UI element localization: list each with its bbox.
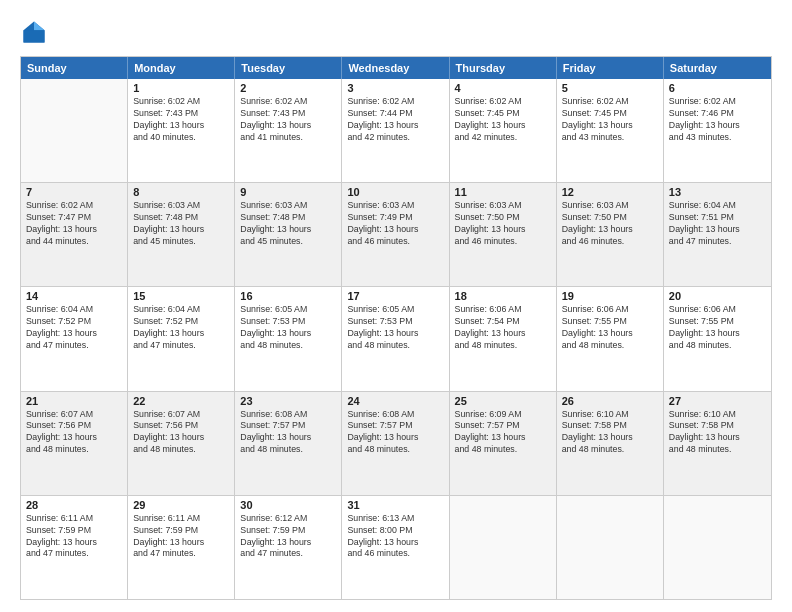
cal-cell-12: 12Sunrise: 6:03 AMSunset: 7:50 PMDayligh… — [557, 183, 664, 286]
cal-cell-6: 6Sunrise: 6:02 AMSunset: 7:46 PMDaylight… — [664, 79, 771, 182]
day-number: 18 — [455, 290, 551, 302]
cell-line: Daylight: 13 hours — [669, 328, 766, 340]
cell-line: Sunrise: 6:02 AM — [669, 96, 766, 108]
header-day-wednesday: Wednesday — [342, 57, 449, 79]
day-number: 30 — [240, 499, 336, 511]
cal-cell-10: 10Sunrise: 6:03 AMSunset: 7:49 PMDayligh… — [342, 183, 449, 286]
cell-line: Sunset: 7:56 PM — [133, 420, 229, 432]
cal-cell-28: 28Sunrise: 6:11 AMSunset: 7:59 PMDayligh… — [21, 496, 128, 599]
cell-line: Sunset: 7:53 PM — [240, 316, 336, 328]
cell-line: and 48 minutes. — [240, 444, 336, 456]
cal-cell-1: 1Sunrise: 6:02 AMSunset: 7:43 PMDaylight… — [128, 79, 235, 182]
cell-line: and 43 minutes. — [669, 132, 766, 144]
cell-line: and 48 minutes. — [455, 340, 551, 352]
day-number: 25 — [455, 395, 551, 407]
cell-line: and 48 minutes. — [562, 444, 658, 456]
cell-line: and 47 minutes. — [669, 236, 766, 248]
day-number: 29 — [133, 499, 229, 511]
day-number: 21 — [26, 395, 122, 407]
cell-line: and 46 minutes. — [562, 236, 658, 248]
cell-line: Sunset: 7:52 PM — [26, 316, 122, 328]
cell-line: Sunset: 7:48 PM — [240, 212, 336, 224]
cell-line: and 48 minutes. — [26, 444, 122, 456]
calendar-row-0: 1Sunrise: 6:02 AMSunset: 7:43 PMDaylight… — [21, 79, 771, 183]
day-number: 24 — [347, 395, 443, 407]
cal-cell-5: 5Sunrise: 6:02 AMSunset: 7:45 PMDaylight… — [557, 79, 664, 182]
day-number: 12 — [562, 186, 658, 198]
cell-line: Sunrise: 6:06 AM — [562, 304, 658, 316]
cell-line: Sunset: 7:56 PM — [26, 420, 122, 432]
day-number: 22 — [133, 395, 229, 407]
cell-line: and 40 minutes. — [133, 132, 229, 144]
cell-line: Sunrise: 6:12 AM — [240, 513, 336, 525]
cal-cell-empty-4-4 — [450, 496, 557, 599]
cell-line: Sunrise: 6:02 AM — [26, 200, 122, 212]
cal-cell-11: 11Sunrise: 6:03 AMSunset: 7:50 PMDayligh… — [450, 183, 557, 286]
cell-line: Sunset: 7:50 PM — [455, 212, 551, 224]
cal-cell-15: 15Sunrise: 6:04 AMSunset: 7:52 PMDayligh… — [128, 287, 235, 390]
cell-line: Daylight: 13 hours — [240, 120, 336, 132]
day-number: 5 — [562, 82, 658, 94]
cal-cell-3: 3Sunrise: 6:02 AMSunset: 7:44 PMDaylight… — [342, 79, 449, 182]
cell-line: Sunrise: 6:04 AM — [133, 304, 229, 316]
cal-cell-empty-0-0 — [21, 79, 128, 182]
cell-line: Sunrise: 6:02 AM — [240, 96, 336, 108]
cell-line: and 42 minutes. — [455, 132, 551, 144]
cell-line: Daylight: 13 hours — [26, 432, 122, 444]
cell-line: Sunset: 7:55 PM — [562, 316, 658, 328]
cell-line: Sunrise: 6:02 AM — [455, 96, 551, 108]
cell-line: Sunset: 7:46 PM — [669, 108, 766, 120]
cell-line: Sunrise: 6:08 AM — [347, 409, 443, 421]
cell-line: Sunrise: 6:10 AM — [669, 409, 766, 421]
cell-line: and 45 minutes. — [240, 236, 336, 248]
cell-line: Sunrise: 6:11 AM — [26, 513, 122, 525]
cal-cell-empty-4-6 — [664, 496, 771, 599]
cell-line: and 48 minutes. — [455, 444, 551, 456]
day-number: 19 — [562, 290, 658, 302]
cell-line: Daylight: 13 hours — [240, 224, 336, 236]
cell-line: and 48 minutes. — [133, 444, 229, 456]
cell-line: Daylight: 13 hours — [347, 120, 443, 132]
cell-line: Sunset: 7:51 PM — [669, 212, 766, 224]
cell-line: Sunrise: 6:10 AM — [562, 409, 658, 421]
cell-line: Sunset: 7:43 PM — [240, 108, 336, 120]
cell-line: Sunset: 7:59 PM — [26, 525, 122, 537]
cell-line: Sunset: 7:47 PM — [26, 212, 122, 224]
cal-cell-18: 18Sunrise: 6:06 AMSunset: 7:54 PMDayligh… — [450, 287, 557, 390]
cell-line: Sunset: 7:55 PM — [669, 316, 766, 328]
cal-cell-21: 21Sunrise: 6:07 AMSunset: 7:56 PMDayligh… — [21, 392, 128, 495]
cell-line: and 48 minutes. — [562, 340, 658, 352]
cal-cell-20: 20Sunrise: 6:06 AMSunset: 7:55 PMDayligh… — [664, 287, 771, 390]
cell-line: and 47 minutes. — [26, 340, 122, 352]
cell-line: Sunrise: 6:06 AM — [455, 304, 551, 316]
cell-line: Sunrise: 6:03 AM — [562, 200, 658, 212]
day-number: 14 — [26, 290, 122, 302]
cell-line: Sunrise: 6:08 AM — [240, 409, 336, 421]
cell-line: Daylight: 13 hours — [669, 432, 766, 444]
cell-line: Sunset: 7:57 PM — [347, 420, 443, 432]
cell-line: and 48 minutes. — [669, 444, 766, 456]
cell-line: Sunrise: 6:09 AM — [455, 409, 551, 421]
cell-line: and 48 minutes. — [240, 340, 336, 352]
cell-line: Daylight: 13 hours — [669, 120, 766, 132]
cell-line: Daylight: 13 hours — [455, 224, 551, 236]
calendar-row-2: 14Sunrise: 6:04 AMSunset: 7:52 PMDayligh… — [21, 287, 771, 391]
cell-line: Sunset: 7:43 PM — [133, 108, 229, 120]
header-day-thursday: Thursday — [450, 57, 557, 79]
cell-line: Sunset: 7:59 PM — [240, 525, 336, 537]
cell-line: Sunset: 7:57 PM — [455, 420, 551, 432]
cell-line: Daylight: 13 hours — [455, 120, 551, 132]
cell-line: and 48 minutes. — [347, 444, 443, 456]
cell-line: Daylight: 13 hours — [240, 432, 336, 444]
cell-line: Sunset: 7:45 PM — [562, 108, 658, 120]
calendar: SundayMondayTuesdayWednesdayThursdayFrid… — [20, 56, 772, 600]
day-number: 13 — [669, 186, 766, 198]
cell-line: Sunrise: 6:04 AM — [669, 200, 766, 212]
header-day-tuesday: Tuesday — [235, 57, 342, 79]
cell-line: Sunset: 7:50 PM — [562, 212, 658, 224]
cell-line: and 44 minutes. — [26, 236, 122, 248]
cell-line: Sunrise: 6:03 AM — [133, 200, 229, 212]
calendar-row-4: 28Sunrise: 6:11 AMSunset: 7:59 PMDayligh… — [21, 496, 771, 599]
cell-line: Sunrise: 6:03 AM — [455, 200, 551, 212]
cal-cell-2: 2Sunrise: 6:02 AMSunset: 7:43 PMDaylight… — [235, 79, 342, 182]
